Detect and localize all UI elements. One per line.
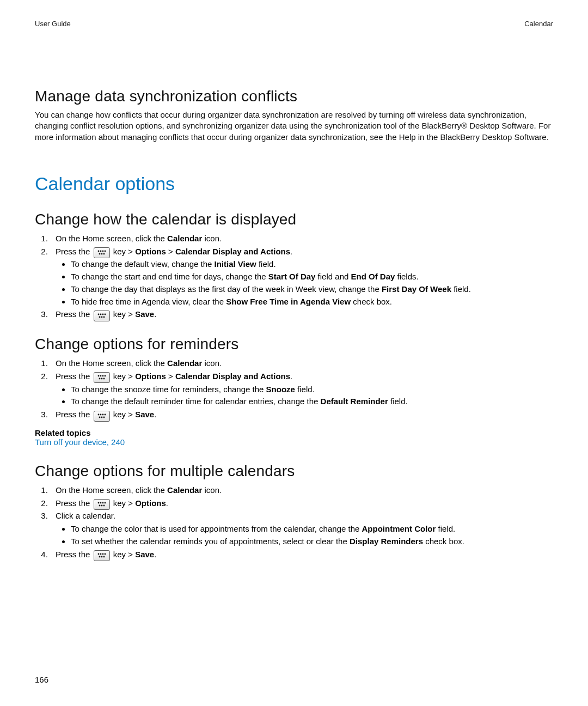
text: fields. xyxy=(395,272,418,281)
heading-manage-conflicts: Manage data synchronization conflicts xyxy=(35,88,553,105)
list-item: On the Home screen, click the Calendar i… xyxy=(50,357,553,369)
menu-key-icon xyxy=(94,499,110,510)
text: Options xyxy=(135,498,166,508)
heading-calendar-display: Change how the calendar is displayed xyxy=(35,211,553,228)
svg-point-32 xyxy=(99,505,100,507)
list-item: To change the default reminder time for … xyxy=(71,395,553,407)
text: Press the xyxy=(56,309,93,319)
steps-calendar-display: On the Home screen, click the Calendar i… xyxy=(35,233,553,320)
text: icon. xyxy=(202,358,222,368)
svg-point-35 xyxy=(97,553,99,555)
text: Click a calendar. xyxy=(56,511,115,520)
related-topics-heading: Related topics xyxy=(35,428,553,437)
text: Start Of Day xyxy=(268,272,316,281)
svg-point-34 xyxy=(103,505,105,507)
text: Calendar Display and Actions xyxy=(175,372,290,381)
text: key > xyxy=(111,550,136,559)
text: check box. xyxy=(423,537,464,546)
text: To hide free time in Agenda view, clear … xyxy=(71,297,226,306)
page-number: 166 xyxy=(35,675,48,684)
text: . xyxy=(290,247,292,256)
text: End Of Day xyxy=(351,272,395,281)
text: . xyxy=(154,309,156,319)
text: To change the day that displays as the f… xyxy=(71,284,382,294)
svg-point-18 xyxy=(99,378,100,380)
text: check box. xyxy=(351,297,392,306)
text: To change the color that is used for app… xyxy=(71,524,362,533)
svg-point-12 xyxy=(101,316,102,318)
svg-point-28 xyxy=(97,502,99,504)
text: Press the xyxy=(56,498,93,508)
heading-multiple-calendars: Change options for multiple calendars xyxy=(35,462,553,480)
svg-point-7 xyxy=(97,313,99,315)
svg-point-4 xyxy=(99,253,100,255)
text: Save xyxy=(135,550,154,559)
svg-point-25 xyxy=(99,416,100,418)
svg-point-8 xyxy=(100,313,101,315)
svg-point-11 xyxy=(99,316,100,318)
text: On the Home screen, click the xyxy=(56,358,167,368)
heading-reminders: Change options for reminders xyxy=(35,336,553,353)
text: field. xyxy=(451,284,471,294)
header-right: Calendar xyxy=(524,20,553,28)
text: Calendar xyxy=(167,234,202,243)
list-item: Press the key > Options. xyxy=(50,497,553,509)
list-item: To change the start and end time for day… xyxy=(71,271,553,283)
svg-point-27 xyxy=(103,416,105,418)
list-item: Press the key > Save. xyxy=(50,409,553,421)
menu-key-icon xyxy=(94,311,110,321)
text: Save xyxy=(135,410,154,419)
svg-point-40 xyxy=(101,556,102,558)
text: Press the xyxy=(56,550,93,559)
text: Save xyxy=(135,309,154,319)
list-item: Click a calendar. To change the color th… xyxy=(50,510,553,547)
bullets: To change the default view, change the I… xyxy=(56,258,553,307)
svg-point-9 xyxy=(102,313,103,315)
menu-key-icon xyxy=(94,372,110,383)
text: Calendar Display and Actions xyxy=(175,247,290,256)
page: User Guide Calendar Manage data synchron… xyxy=(0,0,588,706)
text: To change the start and end time for day… xyxy=(71,272,268,281)
svg-point-39 xyxy=(99,556,100,558)
menu-key-icon xyxy=(94,411,110,422)
svg-point-24 xyxy=(104,413,106,415)
svg-point-0 xyxy=(97,251,99,252)
list-item: Press the key > Save. xyxy=(50,549,553,561)
related-link-turn-off-device[interactable]: Turn off your device, 240 xyxy=(35,437,125,447)
text: Options xyxy=(135,372,166,381)
heading-calendar-options: Calendar options xyxy=(35,173,553,194)
svg-point-16 xyxy=(102,375,103,377)
text: Press the xyxy=(56,247,93,256)
svg-point-2 xyxy=(102,251,103,252)
svg-point-1 xyxy=(100,251,101,252)
text: To set whether the calendar reminds you … xyxy=(71,537,350,546)
svg-point-26 xyxy=(101,416,102,418)
svg-point-36 xyxy=(100,553,101,555)
list-item: To change the day that displays as the f… xyxy=(71,283,553,295)
text: To change the snooze time for reminders,… xyxy=(71,385,266,394)
text: Snooze xyxy=(266,385,295,394)
svg-point-14 xyxy=(97,375,99,377)
text: field and xyxy=(315,272,351,281)
svg-point-29 xyxy=(100,502,101,504)
text: > xyxy=(166,372,175,381)
body-manage-conflicts: You can change how conflicts that occur … xyxy=(35,109,553,143)
list-item: To change the snooze time for reminders,… xyxy=(71,384,553,395)
text: Appointment Color xyxy=(362,524,436,533)
text: Options xyxy=(135,247,166,256)
page-header: User Guide Calendar xyxy=(35,20,553,28)
bullets: To change the color that is used for app… xyxy=(56,523,553,547)
list-item: Press the key > Options > Calendar Displ… xyxy=(50,370,553,407)
svg-point-21 xyxy=(97,413,99,415)
svg-point-37 xyxy=(102,553,103,555)
text: key > xyxy=(111,410,136,419)
svg-point-3 xyxy=(104,251,106,252)
list-item: To hide free time in Agenda view, clear … xyxy=(71,296,553,308)
text: . xyxy=(290,372,292,381)
svg-point-5 xyxy=(101,253,102,255)
text: On the Home screen, click the xyxy=(56,485,167,495)
text: field. xyxy=(436,524,455,533)
svg-point-15 xyxy=(100,375,101,377)
menu-key-icon xyxy=(94,247,110,258)
text: Calendar xyxy=(167,485,202,495)
